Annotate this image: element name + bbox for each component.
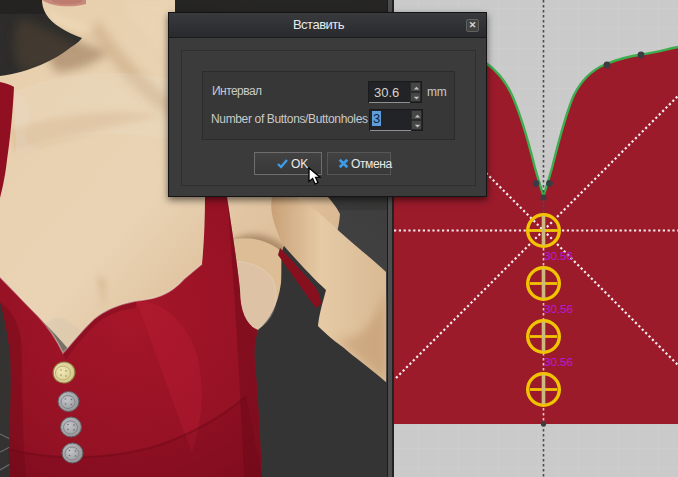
svg-text:30.56: 30.56 <box>544 356 573 368</box>
svg-text:30.56: 30.56 <box>544 303 573 315</box>
svg-text:30.56: 30.56 <box>544 250 573 262</box>
